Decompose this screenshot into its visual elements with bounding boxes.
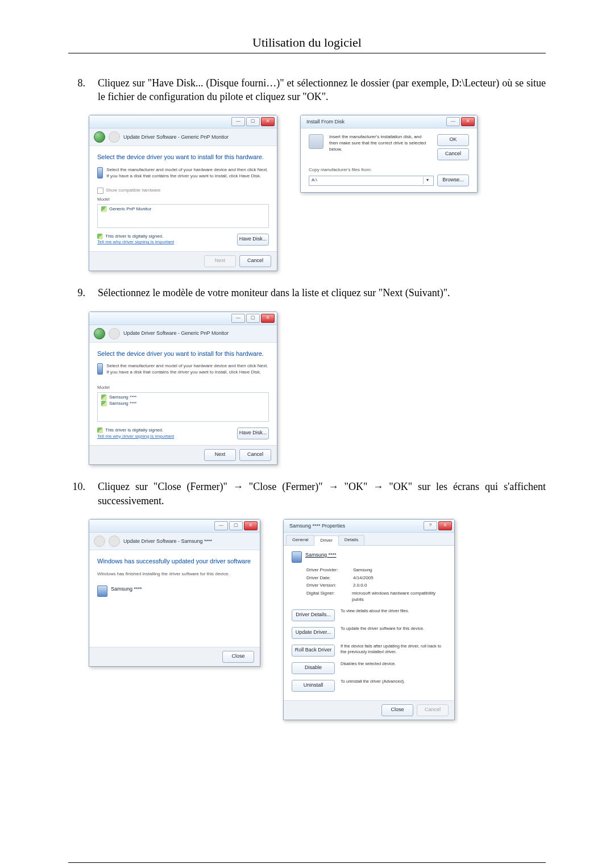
path-field[interactable]: A:\ ▾ <box>309 176 434 186</box>
step-text-9: Sélectionnez le modèle de votre moniteur… <box>98 286 546 300</box>
uninstall-button[interactable]: Uninstall <box>292 680 335 692</box>
close-button[interactable]: Close <box>222 651 254 663</box>
diskette-icon <box>309 134 323 149</box>
dialog-info-text: Select the manufacturer and model of you… <box>106 167 269 180</box>
device-name: Samsung **** <box>305 551 337 558</box>
browse-button[interactable]: Browse... <box>437 175 469 186</box>
next-button[interactable]: Next <box>204 449 236 461</box>
model-list[interactable]: Generic PnP Monitor <box>97 204 269 228</box>
roll-back-driver-desc: If the device fails after updating the d… <box>341 642 446 655</box>
step-number-8: 8. <box>68 76 85 90</box>
model-item[interactable]: Generic PnP Monitor <box>109 206 151 211</box>
step-text-10: Cliquez sur "Close (Fermer)" → "Close (F… <box>98 480 546 508</box>
version-value: 2.0.0.0 <box>353 583 367 589</box>
back-arrow-icon[interactable] <box>94 131 105 143</box>
tab-details[interactable]: Details <box>338 535 364 545</box>
cancel-button[interactable]: Cancel <box>239 449 271 461</box>
forward-arrow-icon <box>109 328 120 339</box>
ifd-message: Insert the manufacturer's installation d… <box>329 134 432 152</box>
driver-details-desc: To view details about the driver files. <box>341 607 446 614</box>
cancel-button[interactable]: Cancel <box>417 704 449 716</box>
driver-details-button[interactable]: Driver Details... <box>292 609 335 621</box>
close-button[interactable]: X <box>461 117 475 126</box>
dialog-title: Update Driver Software - Samsung **** <box>123 538 212 545</box>
back-arrow-icon <box>94 535 105 547</box>
close-button[interactable]: X <box>261 117 275 126</box>
header-rule <box>68 53 546 53</box>
device-icon <box>292 551 302 563</box>
device-icon <box>97 167 103 178</box>
update-driver-desc: To update the driver software for this d… <box>341 624 446 632</box>
success-message: Windows has successfully updated your dr… <box>97 557 252 566</box>
section-title: Utilisation du logiciel <box>68 34 546 51</box>
step-number-9: 9. <box>68 286 85 300</box>
date-value: 4/14/2005 <box>353 575 374 582</box>
path-value: A:\ <box>312 177 317 184</box>
minimize-button[interactable]: — <box>214 521 228 530</box>
maximize-button[interactable]: ▢ <box>246 314 260 323</box>
signing-link[interactable]: Tell me why driver signing is important <box>97 434 174 440</box>
footer-rule <box>68 862 546 863</box>
roll-back-driver-button[interactable]: Roll Back Driver <box>292 645 335 657</box>
device-icon <box>97 363 103 375</box>
dialog-info-text: Select the manufacturer and model of you… <box>106 363 269 376</box>
dialog-title: Update Driver Software - Generic PnP Mon… <box>123 330 229 337</box>
install-from-disk-dialog: Install From Disk — X Insert the manufac… <box>300 115 478 193</box>
shield-icon <box>101 394 107 400</box>
props-title: Samsung **** Properties <box>286 522 345 529</box>
model-item[interactable]: Samsung **** <box>109 401 136 406</box>
dialog-title: Update Driver Software - Generic PnP Mon… <box>123 134 229 140</box>
cancel-button[interactable]: Cancel <box>437 148 469 160</box>
model-list[interactable]: Samsung **** Samsung **** <box>97 392 269 422</box>
next-button[interactable]: Next <box>204 255 236 267</box>
shield-icon <box>101 206 107 212</box>
disable-button[interactable]: Disable <box>292 662 335 674</box>
forward-arrow-icon <box>109 131 120 143</box>
close-button[interactable]: X <box>261 314 275 323</box>
signing-link[interactable]: Tell me why driver signing is important <box>97 239 174 246</box>
update-driver-dialog: — ▢ X Update Driver Software - Generic P… <box>89 115 277 271</box>
have-disk-button[interactable]: Have Disk... <box>237 234 269 246</box>
provider-value: Samsung <box>353 567 372 574</box>
properties-dialog: Samsung **** Properties ? X General Driv… <box>283 519 455 720</box>
model-item[interactable]: Samsung **** <box>109 394 136 400</box>
back-arrow-icon[interactable] <box>94 328 105 339</box>
maximize-button[interactable]: ▢ <box>229 521 243 530</box>
disable-desc: Disables the selected device. <box>341 659 446 667</box>
close-button[interactable]: Close <box>381 704 413 716</box>
version-key: Driver Version: <box>306 583 353 589</box>
update-driver-button[interactable]: Update Driver... <box>292 627 335 639</box>
cancel-button[interactable]: Cancel <box>239 255 271 267</box>
model-label: Model <box>97 196 269 204</box>
driver-signed-text: This driver is digitally signed. <box>105 427 163 433</box>
dialog-heading: Select the device driver you want to ins… <box>97 153 269 161</box>
device-name: Samsung **** <box>111 585 142 592</box>
close-button[interactable]: X <box>244 521 258 530</box>
minimize-button[interactable]: — <box>446 117 460 126</box>
success-subtext: Windows has finished installing the driv… <box>97 571 252 578</box>
have-disk-button[interactable]: Have Disk... <box>237 427 269 439</box>
copy-from-label: Copy manufacturer's files from: <box>309 166 469 175</box>
dialog-heading: Select the device driver you want to ins… <box>97 350 269 358</box>
date-key: Driver Date: <box>306 575 353 582</box>
maximize-button[interactable]: ▢ <box>246 117 260 126</box>
show-compatible-checkbox[interactable] <box>97 188 103 194</box>
shield-icon <box>97 427 103 433</box>
shield-icon <box>97 234 103 239</box>
provider-key: Driver Provider: <box>306 567 353 574</box>
minimize-button[interactable]: — <box>231 314 245 323</box>
model-label: Model <box>97 384 269 392</box>
chevron-down-icon[interactable]: ▾ <box>423 177 431 184</box>
shield-icon <box>101 401 107 406</box>
close-button[interactable]: X <box>438 521 452 530</box>
tab-general[interactable]: General <box>286 535 314 545</box>
ok-button[interactable]: OK <box>437 134 469 146</box>
tab-driver[interactable]: Driver <box>314 535 338 546</box>
show-compatible-label: Show compatible hardware <box>106 188 161 194</box>
forward-arrow-icon <box>109 535 120 547</box>
select-model-dialog: — ▢ X Update Driver Software - Generic P… <box>89 312 277 466</box>
uninstall-desc: To uninstall the driver (Advanced). <box>341 677 446 684</box>
step-text-8: Cliquez sur "Have Disk... (Disque fourni… <box>98 76 546 104</box>
minimize-button[interactable]: — <box>231 117 245 126</box>
help-button[interactable]: ? <box>424 521 437 530</box>
